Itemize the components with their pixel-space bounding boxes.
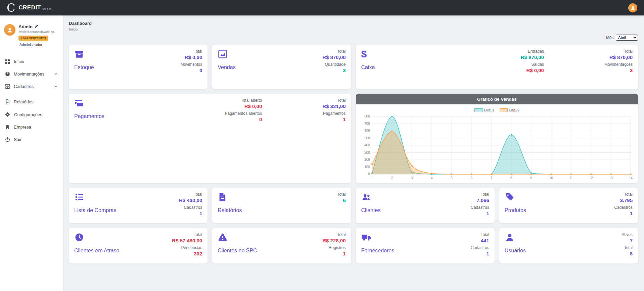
stat-column: Total R$ 870,00 Movimentações 3 — [604, 49, 633, 76]
stat-value: 441 — [481, 238, 489, 244]
card-title-fornecedores[interactable]: Fornecedores — [361, 248, 395, 254]
menu-divider — [0, 94, 63, 94]
stat-value: R$ 870,00 — [609, 54, 633, 61]
sidebar-item-sair[interactable]: Sair — [0, 133, 63, 146]
card-left: Clientes em Atraso — [74, 232, 119, 254]
card-stats: Total R$ 57.480,00 Pendências 302 — [172, 232, 202, 259]
cards-grid: Estoque Total R$ 0,00 Movimentos 0 Venda… — [69, 45, 638, 263]
stat-label: Total — [194, 232, 202, 238]
stat-label: Pagamentos — [323, 111, 346, 116]
sidebar-item-label: Empresa — [14, 125, 31, 130]
card-title-vendas[interactable]: Vendas — [218, 64, 235, 70]
stat-label: Total aberto — [241, 98, 262, 103]
svg-text:9: 9 — [530, 176, 532, 180]
card-estoque: Estoque Total R$ 0,00 Movimentos 0 — [69, 45, 208, 89]
sidebar: Admin credit@anronsoftware.co... LOJA VE… — [0, 15, 63, 291]
profile-email: credit@anronsoftware.co... — [18, 30, 57, 34]
svg-text:1: 1 — [371, 176, 373, 180]
card-title-clientes[interactable]: Clientes — [361, 207, 381, 213]
sidebar-item-relatorios[interactable]: Relatórios — [0, 96, 63, 108]
sidebar-item-label: Cadastros — [14, 84, 34, 89]
svg-text:3: 3 — [411, 176, 413, 180]
stat-column: Total 7.066 Cadastros 1 — [471, 192, 489, 219]
stat-column: Total 441 Cadastros 1 — [471, 232, 489, 259]
svg-text:13: 13 — [609, 176, 613, 180]
stat-value: 1 — [343, 251, 346, 257]
card-left: Produtos — [505, 192, 526, 213]
card-left: $ Caixa — [361, 49, 375, 70]
card-title-clientes-atraso[interactable]: Clientes em Atraso — [74, 248, 119, 254]
card-left: Lista de Compras — [74, 192, 116, 213]
card-grafico-vendas: Gráfico de Vendas Loja01Loja02 010020030… — [356, 94, 638, 183]
stat-value: R$ 228,00 — [322, 238, 346, 244]
card-stats: Total 441 Cadastros 1 — [471, 232, 489, 259]
stat-label: Cadastros — [614, 205, 633, 210]
card-title-clientes-spc[interactable]: Clientes no SPC — [218, 248, 257, 254]
clock-icon — [74, 232, 85, 243]
stat-label: Pagamentos abertos — [225, 111, 262, 116]
month-select[interactable]: Abril — [616, 35, 638, 41]
card-title-produtos[interactable]: Produtos — [505, 207, 526, 213]
sidebar-item-movimentacoes[interactable]: Movimentações — [0, 68, 63, 80]
sidebar-menu: Início Movimentações Cadastros Relatório… — [0, 55, 63, 146]
stat-value: R$ 0,00 — [244, 103, 262, 110]
box-icon — [5, 71, 10, 77]
card-title-usuarios[interactable]: Usuários — [505, 248, 526, 254]
user-avatar-button[interactable] — [628, 3, 637, 12]
stat-value: 7 — [630, 238, 633, 244]
sidebar-item-label: Configurações — [14, 112, 42, 117]
app-logo[interactable]: C — [7, 2, 15, 13]
stat-value: 8 — [630, 251, 633, 257]
card-title-lista-compras[interactable]: Lista de Compras — [74, 207, 116, 213]
sidebar-item-inicio[interactable]: Início — [0, 55, 63, 68]
stat-value: 6 — [343, 197, 346, 204]
card-title-pagamentos[interactable]: Pagamentos — [74, 113, 104, 119]
stat-label: Ativos — [622, 232, 633, 238]
card-title-relatorios[interactable]: Relatórios — [218, 207, 242, 213]
legend-item[interactable]: Loja02 — [500, 108, 519, 112]
stat-value: 0 — [259, 116, 262, 123]
edit-profile-icon[interactable] — [34, 25, 38, 29]
legend-item[interactable]: Loja01 — [474, 108, 494, 112]
stat-column: Total 6 — [337, 192, 346, 205]
stat-value: R$ 430,00 — [179, 197, 202, 204]
stat-value: 1 — [199, 210, 202, 217]
stat-value: R$ 57.480,00 — [172, 238, 202, 244]
stat-label: Saídas — [532, 62, 544, 67]
sidebar-item-empresa[interactable]: Empresa — [0, 121, 63, 133]
stat-label: Total — [624, 49, 633, 54]
svg-text:14: 14 — [629, 176, 633, 180]
sales-area-chart: 0100200300400500600700800123456789101112… — [360, 114, 634, 181]
card-stats: Entradas R$ 870,00 Saídas R$ 0,00 Total … — [521, 49, 633, 76]
profile-name: Admin — [18, 24, 33, 29]
stat-label: Entradas — [528, 49, 544, 54]
page-title: Dashboard — [69, 21, 638, 26]
stat-label: Total — [480, 232, 489, 238]
warning-icon — [218, 232, 228, 243]
sidebar-item-configuracoes[interactable]: Configurações — [0, 108, 63, 121]
card-left: Relatórios — [218, 192, 242, 213]
card-clientes: Clientes Total 7.066 Cadastros 1 — [356, 188, 495, 223]
svg-text:600: 600 — [364, 129, 370, 133]
stat-column: Total R$ 870,00 Quantidade 3 — [322, 49, 346, 76]
card-caixa: $ Caixa Entradas R$ 870,00 Saídas R$ 0,0… — [356, 45, 638, 89]
legend-swatch — [474, 108, 482, 112]
svg-text:10: 10 — [549, 176, 553, 180]
stat-column: Total R$ 228,00 Registros 1 — [322, 232, 346, 259]
card-title-caixa[interactable]: Caixa — [361, 64, 375, 70]
legend-swatch — [500, 108, 508, 112]
card-stats: Total aberto R$ 0,00 Pagamentos abertos … — [225, 98, 346, 125]
stat-label: Total — [337, 232, 346, 238]
truck-icon — [361, 232, 372, 243]
sidebar-item-cadastros[interactable]: Cadastros — [0, 80, 63, 93]
card-lista-compras: Lista de Compras Total R$ 430,00 Cadastr… — [69, 188, 208, 223]
top-navbar: C CREDIT v0.1.88 — [0, 0, 644, 15]
card-stats: Total R$ 228,00 Registros 1 — [322, 232, 346, 259]
stat-label: Total — [337, 98, 346, 103]
card-title-estoque[interactable]: Estoque — [74, 64, 94, 70]
stat-value: R$ 870,00 — [521, 54, 544, 61]
card-usuarios: Usuários Ativos 7 Total 8 — [499, 228, 638, 263]
card-left: Clientes no SPC — [218, 232, 257, 254]
stat-label: Total — [337, 192, 346, 197]
card-clientes-atraso: Clientes em Atraso Total R$ 57.480,00 Pe… — [69, 228, 208, 263]
